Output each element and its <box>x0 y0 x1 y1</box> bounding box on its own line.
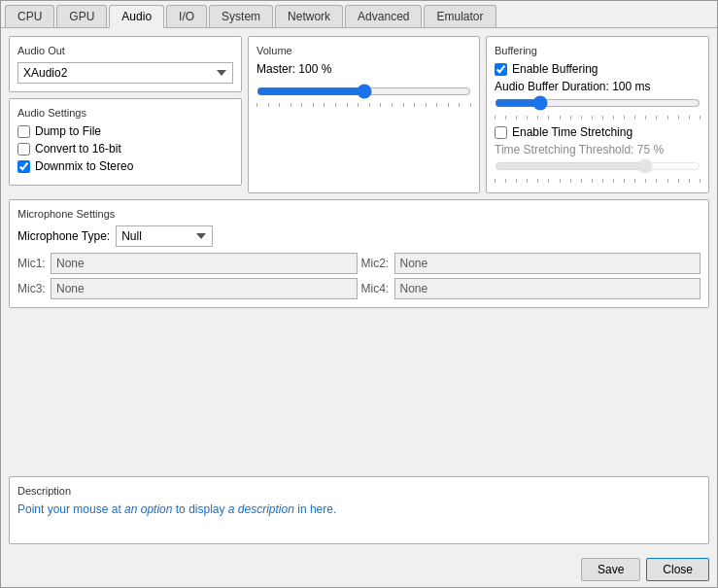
enable-time-stretching-checkbox[interactable] <box>495 126 507 139</box>
mic2-label: Mic2: <box>361 257 391 270</box>
mic2-select[interactable]: None <box>394 253 701 274</box>
desc-middle: to display <box>172 502 227 516</box>
audio-settings-panel: Audio Settings Dump to File Convert to 1… <box>9 98 242 186</box>
mic-type-select[interactable]: Null Real <box>116 225 213 247</box>
audio-out-select[interactable]: XAudio2 Null <box>17 62 233 84</box>
mic-settings-label: Microphone Settings <box>17 208 701 220</box>
close-button[interactable]: Close <box>646 558 709 581</box>
main-window: CPU GPU Audio I/O System Network Advance… <box>0 0 718 588</box>
tab-audio[interactable]: Audio <box>109 5 164 28</box>
convert-16bit-row[interactable]: Convert to 16-bit <box>17 142 233 156</box>
downmix-stereo-checkbox[interactable] <box>17 160 30 173</box>
spacer <box>9 314 709 470</box>
dump-to-file-label: Dump to File <box>35 124 101 138</box>
master-volume-label: Master: 100 % <box>256 62 471 76</box>
tab-system[interactable]: System <box>209 5 273 27</box>
mic1-row: Mic1: None <box>17 253 358 274</box>
tab-io[interactable]: I/O <box>166 5 207 27</box>
mic1-select[interactable]: None <box>51 253 358 274</box>
mic3-label: Mic3: <box>17 282 47 295</box>
footer: Save Close <box>1 552 717 587</box>
desc-suffix: in here. <box>294 502 336 516</box>
volume-slider[interactable] <box>256 84 471 99</box>
main-content: Audio Out XAudio2 Null Audio Settings Du… <box>1 28 717 552</box>
tab-cpu[interactable]: CPU <box>5 5 54 27</box>
enable-buffering-checkbox[interactable] <box>495 63 507 76</box>
mic2-row: Mic2: None <box>361 253 701 274</box>
mic4-select[interactable]: None <box>394 278 701 299</box>
tab-gpu[interactable]: GPU <box>56 5 107 27</box>
time-stretch-slider[interactable] <box>495 158 701 174</box>
description-text: Point your mouse at an option to display… <box>17 502 701 516</box>
audio-out-panel: Audio Out XAudio2 Null <box>9 36 242 92</box>
save-button[interactable]: Save <box>581 558 640 581</box>
mic3-row: Mic3: None <box>17 278 358 299</box>
enable-time-stretching-label: Enable Time Stretching <box>512 125 633 139</box>
buffering-panel: Buffering Enable Buffering Audio Buffer … <box>486 36 709 193</box>
top-section: Audio Out XAudio2 Null Audio Settings Du… <box>9 36 709 193</box>
volume-slider-track <box>256 82 471 101</box>
tab-bar: CPU GPU Audio I/O System Network Advance… <box>1 1 717 28</box>
mic1-label: Mic1: <box>17 257 47 270</box>
tab-emulator[interactable]: Emulator <box>424 5 496 27</box>
audio-out-label: Audio Out <box>17 45 233 56</box>
mic4-row: Mic4: None <box>361 278 701 299</box>
mic-settings-panel: Microphone Settings Microphone Type: Nul… <box>9 199 709 308</box>
desc-prefix: Point your mouse at <box>17 502 124 516</box>
desc-link2: a description <box>228 502 294 516</box>
enable-buffering-row[interactable]: Enable Buffering <box>495 62 701 76</box>
buffer-duration-slider[interactable] <box>495 95 701 111</box>
tab-network[interactable]: Network <box>275 5 343 27</box>
enable-buffering-label: Enable Buffering <box>512 62 598 76</box>
mic-type-label: Microphone Type: <box>17 229 110 243</box>
dump-to-file-row[interactable]: Dump to File <box>17 124 233 138</box>
enable-time-stretching-row[interactable]: Enable Time Stretching <box>495 125 701 139</box>
volume-ruler <box>256 101 471 109</box>
volume-panel: Volume Master: 100 % <box>248 36 480 193</box>
mic4-label: Mic4: <box>361 282 391 295</box>
volume-label: Volume <box>256 45 471 56</box>
audio-settings-label: Audio Settings <box>17 107 233 119</box>
mic3-select[interactable]: None <box>51 278 358 299</box>
time-stretch-ruler <box>495 177 701 185</box>
mic-grid: Mic1: None Mic2: None Mic3: None <box>17 253 701 299</box>
buffer-ruler <box>495 114 701 121</box>
convert-16bit-checkbox[interactable] <box>17 143 30 156</box>
description-panel: Description Point your mouse at an optio… <box>9 476 709 544</box>
dump-to-file-checkbox[interactable] <box>17 125 30 138</box>
mic-type-row: Microphone Type: Null Real <box>17 225 701 247</box>
buffering-label: Buffering <box>495 45 701 56</box>
buffer-duration-label: Audio Buffer Duration: 100 ms <box>495 80 701 93</box>
desc-link1: an option <box>124 502 172 516</box>
downmix-stereo-row[interactable]: Downmix to Stereo <box>17 159 233 173</box>
tab-advanced[interactable]: Advanced <box>345 5 422 27</box>
time-stretch-label: Time Stretching Threshold: 75 % <box>495 143 701 156</box>
description-label: Description <box>17 485 701 497</box>
downmix-stereo-label: Downmix to Stereo <box>35 159 133 173</box>
convert-16bit-label: Convert to 16-bit <box>35 142 121 156</box>
